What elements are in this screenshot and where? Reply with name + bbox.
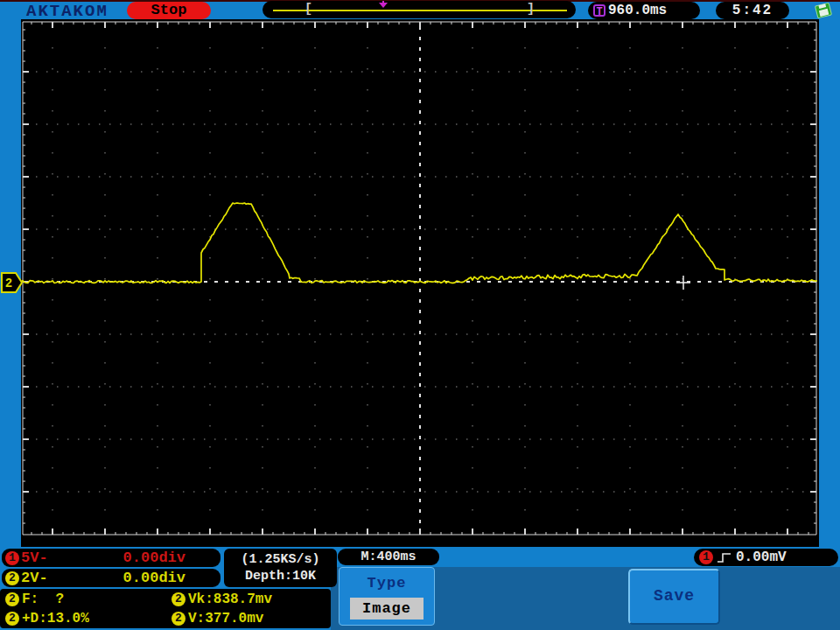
sample-rate: (1.25KS/s)	[224, 552, 337, 567]
scope-graticule-and-trace	[21, 19, 819, 547]
channel2-badge-icon: 2	[172, 592, 186, 606]
usb-storage-icon	[812, 2, 835, 18]
channel2-marker-label: 2	[5, 276, 12, 290]
trigger-time-value: 960.0ms	[608, 3, 667, 18]
record-length-line	[273, 10, 567, 11]
channel2-status: 2 2V- 0.00div	[2, 569, 220, 587]
run-state-stop-button[interactable]: Stop	[127, 2, 211, 19]
trigger-time-readout: T 960.0ms	[588, 2, 700, 19]
softkey-menu: Type Image	[339, 567, 435, 626]
menu-option-image[interactable]: Image	[350, 598, 424, 620]
channel1-status: 1 5V- 0.00div	[2, 549, 220, 567]
window-left-bracket: [	[304, 1, 312, 18]
save-button[interactable]: Save	[628, 569, 720, 625]
channel2-badge-icon: 2	[172, 612, 186, 626]
channel2-badge-icon: 2	[5, 592, 19, 606]
channel2-position: 0.00div	[123, 570, 186, 586]
channel2-badge-icon: 2	[5, 612, 19, 626]
trigger-marker-icon	[379, 3, 388, 8]
trigger-level-value: 0.00mV	[736, 550, 787, 565]
record-position-bar[interactable]: [ ]	[262, 1, 576, 18]
channel2-position-marker[interactable]: 2	[1, 271, 24, 294]
brand-logo: AKTAKOM	[26, 2, 108, 21]
measurement-frequency: 2 F: ?	[5, 592, 64, 607]
trigger-channel-badge-icon: 1	[699, 550, 713, 564]
acquisition-status: (1.25KS/s) Depth:10K	[224, 549, 337, 587]
measurement-duty: 2 +D:13.0%	[5, 611, 89, 626]
timebase-readout: M:400ms	[338, 549, 439, 565]
channel2-badge-icon: 2	[5, 571, 19, 585]
channel1-position: 0.00div	[123, 550, 186, 566]
channel2-scale: 2V-	[21, 570, 48, 586]
menu-title: Type	[340, 575, 434, 592]
measurement-vk: 2 Vk:838.7mv	[172, 592, 272, 607]
measurement-panel: 2 F: ? 2 Vk:838.7mv 2 +D:13.0% 2 V:377.0…	[0, 589, 331, 628]
window-right-bracket: ]	[527, 1, 535, 18]
rising-edge-icon	[717, 551, 732, 564]
measurement-voltage: 2 V:377.0mv	[172, 611, 263, 626]
trigger-status: 1 0.00mV	[694, 549, 838, 566]
trigger-t-icon: T	[593, 4, 606, 17]
channel1-badge-icon: 1	[5, 551, 19, 565]
waveform-display	[21, 19, 819, 547]
clock: 5:42	[716, 2, 789, 19]
memory-depth: Depth:10K	[224, 569, 337, 584]
channel1-scale: 5V-	[21, 550, 48, 566]
